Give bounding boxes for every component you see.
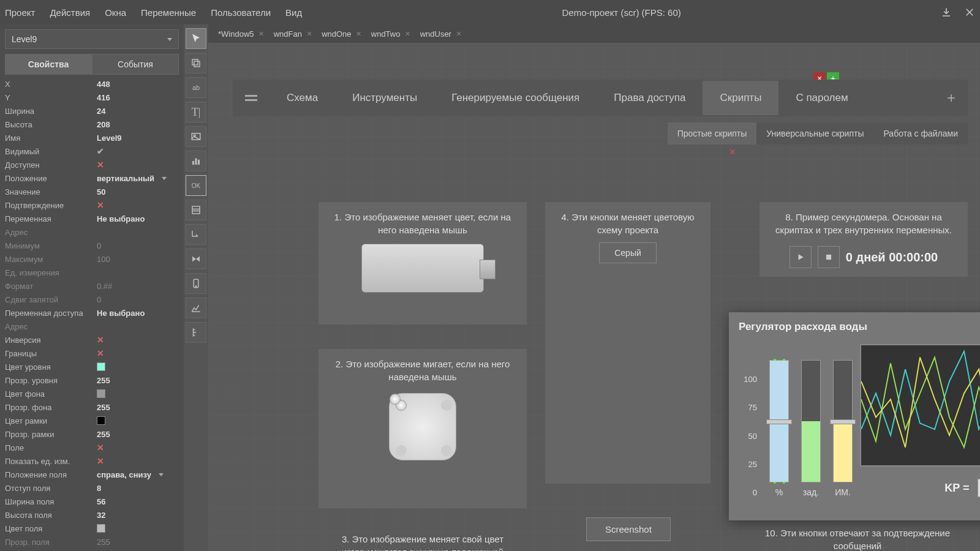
tool-barchart[interactable] [186, 151, 206, 171]
gauge-percent[interactable] [769, 360, 789, 482]
file-tab-wnduser[interactable]: wndUser× [415, 26, 466, 41]
prop-row[interactable]: Цвет фона [5, 387, 179, 400]
prop-value[interactable]: 255 [97, 538, 179, 547]
kp-input[interactable] [978, 479, 980, 497]
prop-row[interactable]: Минимум0 [5, 239, 179, 252]
prop-row[interactable]: Высота208 [5, 118, 179, 131]
prop-value[interactable]: ✔ [97, 146, 179, 156]
tool-button[interactable]: OK [186, 175, 206, 196]
prop-row[interactable]: Положение полясправа, снизу [5, 468, 179, 481]
gauge-im[interactable] [833, 360, 853, 482]
prop-row[interactable]: Переменная доступаНе выбрано [5, 306, 179, 320]
prop-row[interactable]: Цвет рамки [5, 414, 179, 427]
tool-image[interactable] [186, 126, 206, 147]
prop-value[interactable] [97, 362, 179, 371]
tool-linechart[interactable] [186, 298, 206, 318]
prop-value[interactable]: Не выбрано [97, 309, 179, 318]
prop-value[interactable]: ✕ [97, 443, 179, 452]
tool-polyline[interactable] [186, 224, 206, 245]
gauge-set[interactable] [801, 360, 821, 482]
prop-row[interactable]: X448 [5, 77, 179, 91]
prop-row[interactable]: Цвет поля [5, 522, 179, 535]
prop-row[interactable]: Сдвиг запятой0 [5, 293, 179, 306]
prop-value[interactable]: 32 [97, 511, 179, 520]
prop-value[interactable]: Level9 [97, 133, 179, 143]
designer-tab[interactable]: Генерируемые сообщения [434, 81, 597, 115]
screenshot-button[interactable]: Screenshot [586, 517, 671, 541]
prop-row[interactable]: Прозр. уровня255 [5, 373, 179, 387]
file-tab-window5[interactable]: *Window5× [213, 26, 269, 41]
prop-row[interactable]: Поле✕ [5, 441, 179, 454]
prop-value[interactable]: ✕ [97, 456, 179, 466]
designer-tab[interactable]: Скрипты [703, 81, 778, 115]
tool-text[interactable]: T| [186, 102, 206, 122]
element-selector[interactable]: Level9 [5, 29, 179, 49]
subtab-universal[interactable]: Универсальные скрипты [756, 122, 873, 144]
prop-row[interactable]: ПеременнаяНе выбрано [5, 212, 179, 225]
device-image[interactable] [389, 393, 456, 460]
tool-pointer[interactable] [186, 28, 206, 49]
designer-canvas[interactable]: × + СхемаИнструментыГенерируемые сообщен… [208, 43, 980, 551]
designer-tab[interactable]: Инструменты [335, 81, 434, 115]
theme-grey-button[interactable]: Серый [599, 242, 657, 263]
prop-value[interactable]: 100 [97, 255, 179, 264]
designer-tab[interactable]: С паролем [778, 81, 865, 115]
prop-row[interactable]: Значение50 [5, 185, 179, 198]
prop-value[interactable]: вертикальный [97, 174, 179, 183]
subtab-files[interactable]: Работа с файлами [873, 122, 968, 144]
prop-row[interactable]: Прозр. поля255 [5, 535, 179, 549]
tab-properties[interactable]: Свойства [5, 54, 92, 75]
menu-variables[interactable]: Переменные [141, 7, 196, 18]
stop-button[interactable] [818, 246, 840, 268]
menu-users[interactable]: Пользователи [211, 7, 271, 18]
prop-row[interactable]: Формат0.## [5, 279, 179, 293]
prop-value[interactable] [97, 524, 179, 533]
prop-row[interactable]: Подтверждение✕ [5, 198, 179, 212]
prop-row[interactable]: Адрес [5, 320, 179, 333]
file-tab-wndone[interactable]: wndOne× [317, 26, 366, 41]
prop-value[interactable]: ✕ [97, 335, 179, 345]
prop-row[interactable]: Отступ поля8 [5, 481, 179, 495]
tool-label[interactable]: ab [186, 77, 206, 98]
prop-row[interactable]: Доступен✕ [5, 158, 179, 171]
prop-row[interactable]: Ед. измерения [5, 266, 179, 279]
prop-value[interactable]: Не выбрано [97, 214, 179, 223]
close-icon[interactable]: × [259, 29, 264, 39]
tool-mobile[interactable] [186, 273, 206, 294]
prop-value[interactable]: 8 [97, 484, 179, 493]
tool-scale[interactable] [186, 322, 206, 343]
file-tab-wndfan[interactable]: wndFan× [269, 26, 317, 41]
prop-value[interactable]: 416 [97, 93, 179, 102]
prop-value[interactable]: 0 [97, 241, 179, 250]
prop-row[interactable]: Максимум100 [5, 252, 179, 266]
menu-actions[interactable]: Действия [50, 7, 90, 18]
prop-row[interactable]: Инверсия✕ [5, 333, 179, 347]
close-icon[interactable]: × [456, 29, 461, 39]
prop-row[interactable]: Ширина поля56 [5, 495, 179, 508]
tool-bowtie[interactable] [186, 249, 206, 269]
menu-windows[interactable]: Окна [105, 7, 126, 18]
prop-row[interactable]: Показать ед. изм.✕ [5, 454, 179, 468]
prop-value[interactable]: 255 [97, 430, 179, 439]
subtab-close-icon[interactable]: ✕ [729, 147, 736, 157]
prop-row[interactable]: ИмяLevel9 [5, 131, 179, 144]
prop-value[interactable]: 56 [97, 497, 179, 506]
prop-value[interactable]: ✕ [97, 348, 179, 358]
add-designer-tab-button[interactable]: + [935, 89, 968, 107]
prop-row[interactable]: Цвет уровня [5, 360, 179, 373]
prop-row[interactable]: Прозр. фона255 [5, 400, 179, 414]
prop-value[interactable]: ✕ [97, 200, 179, 210]
subtab-simple[interactable]: Простые скрипты [668, 122, 757, 144]
prop-row[interactable]: Адрес [5, 225, 179, 239]
close-icon[interactable]: × [405, 29, 410, 39]
prop-row[interactable]: Положениевертикальный [5, 171, 179, 185]
menu-project[interactable]: Проект [5, 7, 35, 18]
prop-value[interactable] [97, 416, 179, 425]
prop-value[interactable]: 448 [97, 80, 179, 89]
prop-value[interactable]: 24 [97, 107, 179, 116]
prop-value[interactable]: ✕ [97, 160, 179, 170]
play-button[interactable] [790, 246, 812, 268]
prop-row[interactable]: Y416 [5, 91, 179, 104]
download-icon[interactable] [941, 7, 952, 18]
prop-value[interactable]: 255 [97, 376, 179, 385]
